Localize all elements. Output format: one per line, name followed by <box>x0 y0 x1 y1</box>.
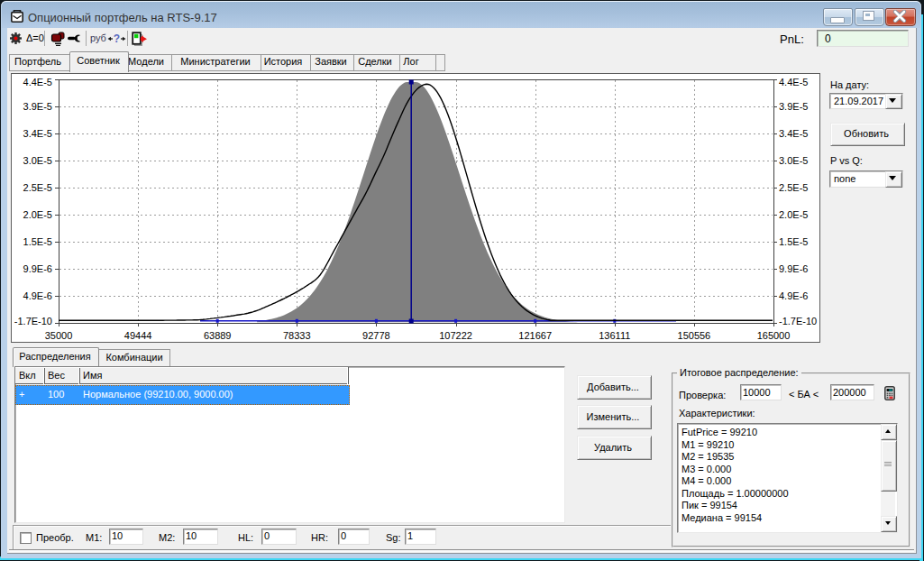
svg-text:165000: 165000 <box>757 330 791 341</box>
svg-text:107222: 107222 <box>439 330 472 341</box>
svg-text:3.9E-5: 3.9E-5 <box>779 101 808 112</box>
svg-text:4.9E-6: 4.9E-6 <box>23 290 52 301</box>
svg-text:3.4E-5: 3.4E-5 <box>779 128 808 139</box>
svg-text:121667: 121667 <box>518 330 552 341</box>
svg-text:78333: 78333 <box>283 330 311 341</box>
svg-text:?: ? <box>114 33 120 44</box>
svg-text:-1.7E-10: -1.7E-10 <box>779 316 817 326</box>
svg-text:1.5E-5: 1.5E-5 <box>23 236 52 247</box>
svg-text:63889: 63889 <box>204 330 232 341</box>
svg-text:3.0E-5: 3.0E-5 <box>23 155 52 166</box>
svg-text:2.5E-5: 2.5E-5 <box>23 182 52 193</box>
svg-text:3.4E-5: 3.4E-5 <box>23 128 52 139</box>
svg-text:9.9E-6: 9.9E-6 <box>23 263 52 274</box>
svg-text:3.9E-5: 3.9E-5 <box>23 101 52 112</box>
svg-text:35000: 35000 <box>45 330 73 341</box>
svg-text:49444: 49444 <box>124 330 152 341</box>
svg-text:92778: 92778 <box>362 330 390 341</box>
svg-text:4.9E-6: 4.9E-6 <box>779 290 808 301</box>
svg-text:150556: 150556 <box>678 330 711 341</box>
svg-text:4.4E-5: 4.4E-5 <box>23 77 52 87</box>
svg-text:3.0E-5: 3.0E-5 <box>779 155 808 166</box>
svg-text:2.0E-5: 2.0E-5 <box>779 209 808 220</box>
svg-text:2.5E-5: 2.5E-5 <box>779 182 808 193</box>
svg-text:2.0E-5: 2.0E-5 <box>23 209 52 220</box>
svg-text:136111: 136111 <box>599 330 630 341</box>
svg-text:4.4E-5: 4.4E-5 <box>779 77 808 87</box>
svg-text:1.5E-5: 1.5E-5 <box>779 236 808 247</box>
svg-text:9.9E-6: 9.9E-6 <box>779 263 808 274</box>
svg-text:-1.7E-10: -1.7E-10 <box>14 316 52 326</box>
